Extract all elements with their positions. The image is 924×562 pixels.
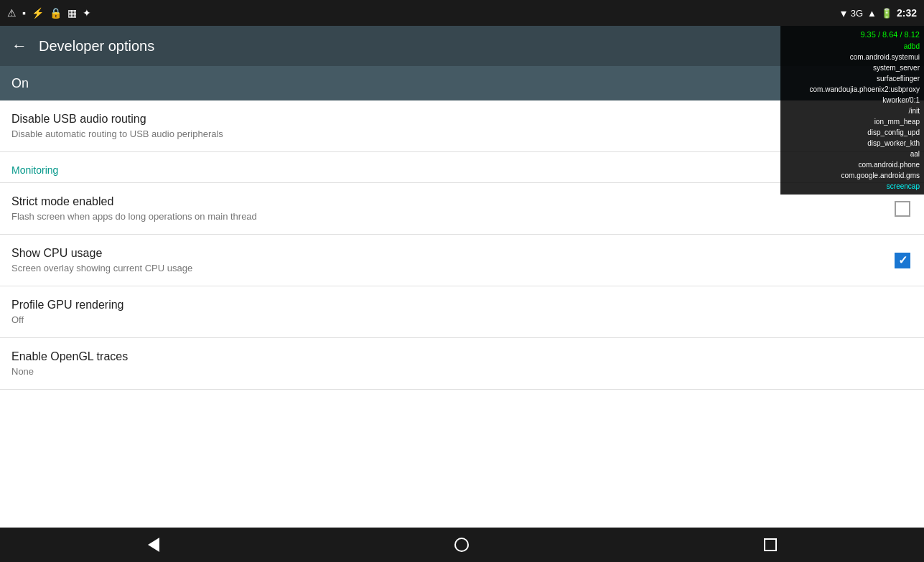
monitoring-label: Monitoring [11,164,58,176]
nav-home-button[interactable] [454,538,469,552]
nav-home-icon [454,538,469,552]
disable-usb-audio-title: Disable USB audio routing [11,113,913,126]
debug-overlay-panel: 9.35 / 8.64 / 8.12 adbd com.android.syst… [780,26,924,195]
profile-gpu-title: Profile GPU rendering [11,299,913,312]
strict-mode-title: Strict mode enabled [11,195,892,208]
nav-recents-button[interactable] [764,538,777,551]
overlay-line-8: disp_worker_kth [785,138,920,149]
battery-icon: 🔋 [881,8,892,19]
overlay-line-3: com.wandoujia.phoenix2:usbproxy [785,84,920,95]
overlay-adbd: adbd [785,41,920,52]
show-cpu-usage-title: Show CPU usage [11,247,892,260]
strict-mode-checkbox-unchecked [895,201,910,217]
status-icons-left: ⚠ ▪ ⚡ 🔒 ▦ ✦ [7,7,91,19]
opengl-traces-subtitle: None [11,366,913,377]
sd-icon: ▦ [67,7,77,19]
nav-recents-icon [764,538,777,551]
profile-gpu-text: Profile GPU rendering Off [11,299,913,325]
lock-icon: 🔒 [50,7,62,19]
wifi-icon: ▾ [841,6,846,20]
opengl-traces-title: Enable OpenGL traces [11,350,913,363]
network-type: 3G [851,8,863,19]
strict-mode-text: Strict mode enabled Flash screen when ap… [11,195,892,222]
nav-back-icon [148,538,159,552]
overlay-line-7: disp_config_upd [785,127,920,138]
star-icon: ✦ [83,7,91,19]
opengl-traces-text: Enable OpenGL traces None [11,350,913,377]
show-cpu-usage-item[interactable]: Show CPU usage Screen overlay showing cu… [0,235,924,286]
profile-gpu-subtitle: Off [11,314,913,325]
usb-icon: ⚡ [32,7,44,19]
overlay-line-6: ion_mm_heap [785,116,920,127]
strict-mode-subtitle: Flash screen when apps do long operation… [11,211,892,222]
overlay-line-10: com.android.phone [785,159,920,170]
overlay-numbers: 9.35 / 8.64 / 8.12 [785,29,920,41]
time-display: 2:32 [897,7,917,19]
disable-usb-audio-text: Disable USB audio routing Disable automa… [11,113,913,139]
show-cpu-usage-subtitle: Screen overlay showing current CPU usage [11,263,892,273]
profile-gpu-item[interactable]: Profile GPU rendering Off [0,286,924,338]
opengl-traces-item[interactable]: Enable OpenGL traces None [0,338,924,390]
toolbar-title: Developer options [39,38,154,55]
strict-mode-checkbox[interactable] [892,199,913,219]
overlay-line-12: screencap [785,181,920,192]
overlay-line-11: com.google.android.gms [785,170,920,181]
developer-on-label: On [11,76,29,91]
disable-usb-audio-subtitle: Disable automatic routing to USB audio p… [11,128,913,139]
show-cpu-usage-text: Show CPU usage Screen overlay showing cu… [11,247,892,273]
overlay-line-1: system_server [785,62,920,73]
show-cpu-checkbox[interactable] [892,250,913,271]
display-icon: ▪ [22,7,26,19]
warning-icon: ⚠ [7,7,17,19]
nav-back-button[interactable] [148,538,159,552]
signal-icon: ▲ [867,8,877,19]
back-button[interactable]: ← [11,37,27,55]
overlay-line-9: aal [785,149,920,159]
overlay-number-green: 9.35 / 8.64 / 8.12 [860,30,920,39]
status-right: ▾ 3G ▲ 🔋 2:32 [841,6,917,20]
status-bar: ⚠ ▪ ⚡ 🔒 ▦ ✦ ▾ 3G ▲ 🔋 2:32 [0,0,924,26]
bottom-nav [0,528,924,562]
show-cpu-checkbox-checked [895,253,910,268]
overlay-line-0: com.android.systemui [785,52,920,62]
overlay-line-5: /init [785,106,920,116]
overlay-line-2: surfaceflinger [785,73,920,84]
overlay-line-4: kworker/0:1 [785,95,920,106]
